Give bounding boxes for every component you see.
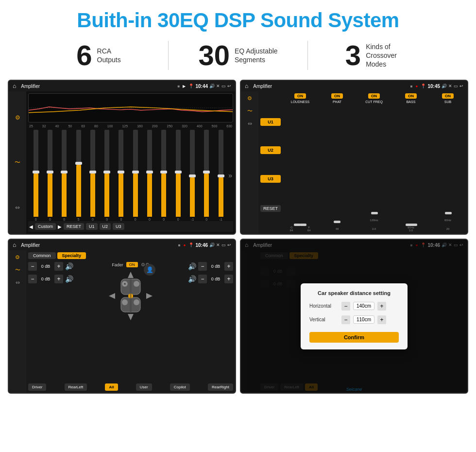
eq-slider-8[interactable]: 0: [129, 130, 142, 221]
dialog-vertical-minus[interactable]: −: [341, 315, 350, 324]
eq-u3-button[interactable]: U3: [113, 223, 124, 230]
fader-fr-speaker-icon: 🔊: [188, 262, 196, 270]
svg-marker-4: [146, 293, 153, 299]
eq-val-9: 0: [149, 218, 151, 221]
crossover-wave-icon[interactable]: 〜: [247, 107, 253, 115]
fader-rearleft-button[interactable]: RearLeft: [65, 383, 87, 391]
fader-fl-minus[interactable]: −: [28, 262, 37, 271]
fader-title: Amplifier: [21, 243, 175, 248]
crossover-reset-button[interactable]: RESET: [260, 205, 281, 212]
crossover-back-icon[interactable]: ↩: [459, 84, 463, 88]
stat-label-rca: RCAOutputs: [97, 47, 121, 64]
eq-slider-2[interactable]: 0: [43, 130, 56, 221]
fader-wave-icon[interactable]: 〜: [15, 266, 20, 274]
fader-balance-icon[interactable]: ⇔: [16, 279, 20, 286]
crossover-balance-icon[interactable]: ⇔: [248, 121, 252, 127]
eq-slider-6[interactable]: 0: [100, 130, 113, 221]
dialog-confirm-button[interactable]: Confirm: [309, 332, 399, 343]
eq-freq-250: 250: [167, 124, 173, 128]
eq-custom-button[interactable]: Custom: [35, 223, 56, 230]
eq-sidebar-balance-icon[interactable]: ⇔: [11, 201, 24, 214]
eq-sidebar-wave-icon[interactable]: 〜: [11, 156, 24, 169]
eq-content: ⚙ 〜 ⇔ 25 32 40 50 63 8: [9, 91, 235, 234]
eq-slider-7[interactable]: 0: [115, 130, 128, 221]
fader-user-button[interactable]: User: [136, 383, 152, 391]
crossover-status-icons: 📍 10:45 🔊 ✕ ▭ ↩: [421, 84, 463, 89]
fader-rl-plus[interactable]: +: [54, 275, 63, 283]
eq-freq-63: 63: [81, 124, 85, 128]
crossover-settings-icon[interactable]: ⚙: [247, 95, 252, 102]
eq-reset-button[interactable]: RESET: [64, 223, 84, 230]
fader-x-icon[interactable]: ✕: [216, 243, 220, 247]
fader-fr-plus[interactable]: +: [224, 262, 233, 271]
eq-slider-13[interactable]: 0: [200, 130, 213, 221]
fader-fr-minus[interactable]: −: [198, 262, 207, 271]
svg-point-8: [123, 282, 126, 285]
dialog-horizontal-plus[interactable]: +: [377, 302, 386, 311]
fader-fr-row: 🔊 − 0 dB +: [188, 262, 233, 271]
eq-slider-5[interactable]: 0: [86, 130, 99, 221]
fader-all-button[interactable]: All: [105, 383, 118, 391]
fader-left: − 0 dB + 🔊 − 0 dB + 🔊: [28, 262, 100, 382]
crossover-phat-on[interactable]: ON: [331, 93, 343, 99]
crossover-bass-v: 3.0: [409, 229, 413, 232]
eq-slider-9[interactable]: 0: [143, 130, 156, 221]
eq-slider-10[interactable]: 0: [157, 130, 170, 221]
dialog-horizontal-minus[interactable]: −: [341, 302, 350, 311]
fader-fl-plus[interactable]: +: [54, 262, 63, 271]
fader-fl-row: − 0 dB + 🔊: [28, 262, 100, 271]
eq-next-button[interactable]: ▶: [58, 224, 62, 229]
fader-driver-button[interactable]: Driver: [28, 383, 46, 391]
crossover-bass-on[interactable]: ON: [405, 93, 417, 99]
fader-specialty-tab[interactable]: Specialty: [57, 252, 86, 259]
crossover-screen: ⌂ Amplifier ■ ● 📍 10:45 🔊 ✕ ▭ ↩ ⚙ 〜 ⇔: [240, 80, 468, 235]
eq-slider-14[interactable]: -1: [214, 130, 227, 221]
fader-pin-icon: 📍: [188, 243, 194, 247]
crossover-sub-on[interactable]: ON: [442, 93, 454, 99]
dialog-vertical-plus[interactable]: +: [377, 315, 386, 324]
fader-settings-icon[interactable]: ⚙: [15, 254, 20, 261]
eq-slider-12[interactable]: -1: [186, 130, 199, 221]
stat-number-crossover: 3: [345, 41, 361, 70]
crossover-main: U1 U2 U3 RESET ON LOUDNESS: [258, 91, 467, 234]
fader-rl-minus[interactable]: −: [28, 275, 37, 283]
crossover-home-icon[interactable]: ⌂: [245, 83, 248, 89]
eq-prev-button[interactable]: ◀: [29, 224, 33, 229]
fader-back-icon[interactable]: ↩: [227, 243, 231, 247]
crossover-u3-button[interactable]: U3: [260, 175, 281, 183]
crossover-phat-label: PHAT: [333, 100, 341, 104]
crossover-cutfreq-on[interactable]: ON: [368, 93, 380, 99]
eq-freq-125: 125: [122, 124, 128, 128]
fader-label: Fader: [112, 262, 123, 267]
fader-home-icon[interactable]: ⌂: [13, 242, 16, 248]
crossover-u2-button[interactable]: U2: [260, 146, 281, 154]
fader-common-tab[interactable]: Common: [28, 252, 56, 259]
eq-slider-4[interactable]: 5: [72, 130, 85, 221]
eq-x-icon[interactable]: ✕: [216, 84, 220, 88]
fader-copilot-button[interactable]: RearRight: [208, 383, 233, 391]
eq-val-14: -1: [219, 218, 222, 221]
eq-u2-button[interactable]: U2: [100, 223, 111, 230]
eq-sidebar-settings-icon[interactable]: ⚙: [11, 111, 24, 124]
eq-expand-icon[interactable]: »: [228, 172, 232, 179]
crossover-sq-icon[interactable]: ▭: [454, 84, 458, 88]
eq-slider-11[interactable]: 0: [171, 130, 185, 221]
crossover-x-icon[interactable]: ✕: [448, 84, 452, 88]
eq-freq-200: 200: [152, 124, 158, 128]
crossover-u1-button[interactable]: U1: [260, 118, 281, 126]
crossover-loudness-on[interactable]: ON: [294, 93, 306, 99]
fader-rearright-button[interactable]: Copilot: [170, 383, 190, 391]
crossover-loudness-v2: 64: [307, 229, 311, 232]
eq-slider-1[interactable]: 0: [29, 130, 42, 221]
eq-u1-button[interactable]: U1: [86, 223, 98, 230]
fader-user-icon[interactable]: 👤: [144, 264, 155, 276]
eq-back-icon[interactable]: ↩: [227, 84, 231, 88]
fader-on-button[interactable]: ON: [126, 262, 138, 267]
fader-rr-plus[interactable]: +: [224, 275, 233, 283]
stat-rca: 6 RCAOutputs: [29, 41, 168, 70]
fader-rr-minus[interactable]: −: [198, 275, 207, 283]
eq-slider-3[interactable]: 0: [58, 130, 71, 221]
eq-home-icon[interactable]: ⌂: [13, 83, 16, 89]
eq-sq-icon[interactable]: ▭: [221, 84, 226, 88]
fader-sq-icon[interactable]: ▭: [221, 243, 226, 247]
